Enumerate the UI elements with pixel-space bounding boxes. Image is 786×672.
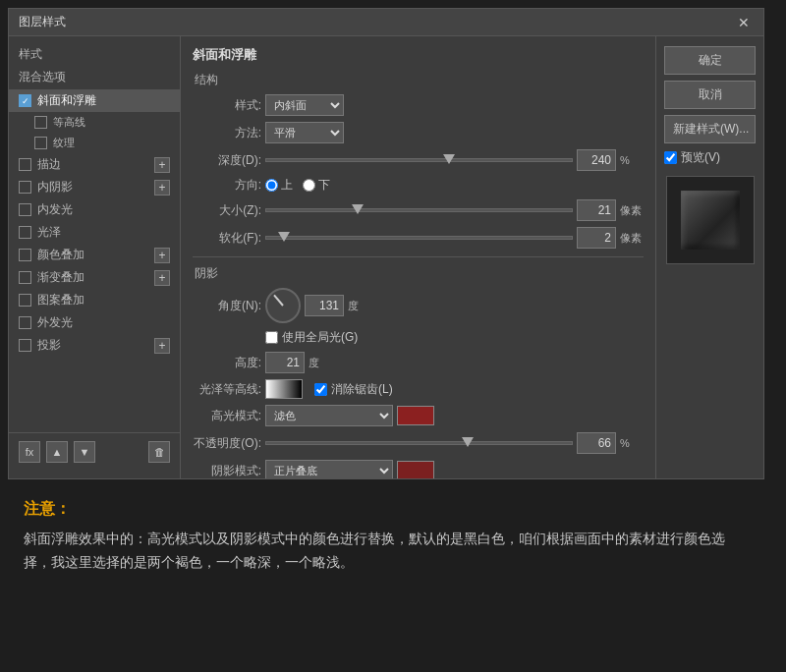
bevel-checkbox[interactable] (19, 94, 31, 107)
highlight-mode-select[interactable]: 滤色 正常 正片叠底 (265, 405, 393, 426)
depth-input[interactable] (577, 149, 616, 171)
global-light-row: 使用全局光(G) (193, 329, 644, 346)
global-light-checkbox[interactable] (265, 331, 278, 344)
fx-button[interactable]: fx (19, 441, 40, 463)
highlight-opacity-row: 不透明度(O): % (193, 432, 644, 454)
size-slider-thumb[interactable] (352, 204, 364, 214)
style-label: 样式: (193, 97, 261, 114)
method-select[interactable]: 平滑 雕刻清晰 (265, 122, 344, 143)
shadow-mode-select[interactable]: 正片叠底 正常 滤色 (265, 460, 393, 478)
gloss-contour-label: 光泽等高线: (193, 381, 261, 398)
color-overlay-add-btn[interactable]: + (154, 248, 170, 263)
anti-alias-label[interactable]: 消除锯齿(L) (314, 381, 393, 398)
soften-slider-thumb[interactable] (278, 232, 290, 242)
sidebar-item-inner-glow[interactable]: 内发光 (9, 198, 180, 221)
sidebar-item-inner-shadow[interactable]: 内阴影 + (9, 176, 180, 198)
size-unit: 像素 (620, 203, 644, 218)
angle-dial[interactable] (265, 288, 301, 323)
move-up-button[interactable]: ▲ (46, 441, 68, 463)
dialog-titlebar: 图层样式 ✕ (9, 9, 763, 36)
pattern-overlay-checkbox[interactable] (19, 294, 31, 307)
delete-button[interactable]: 🗑 (148, 441, 170, 463)
notes-section: 注意： 斜面浮雕效果中的：高光模式以及阴影模式中的颜色进行替换，默认的是黑白色，… (8, 489, 764, 585)
method-label: 方法: (193, 125, 261, 141)
sidebar-item-outer-glow[interactable]: 外发光 (9, 311, 180, 334)
soften-row: 软化(F): 像素 (193, 227, 644, 249)
gloss-contour-preview[interactable] (265, 379, 303, 399)
action-buttons-panel: 确定 取消 新建样式(W)... 预览(V) (655, 36, 763, 478)
sidebar-item-bevel-emboss[interactable]: 斜面和浮雕 (9, 89, 180, 112)
sidebar-item-stroke[interactable]: 描边 + (9, 153, 180, 176)
drop-shadow-add-btn[interactable]: + (154, 338, 170, 354)
sidebar-item-color-overlay[interactable]: 颜色叠加 + (9, 244, 180, 266)
sidebar-item-drop-shadow[interactable]: 投影 + (9, 334, 180, 357)
soften-unit: 像素 (620, 231, 644, 246)
anti-alias-checkbox[interactable] (314, 383, 327, 396)
color-overlay-checkbox[interactable] (19, 249, 31, 261)
depth-slider-track[interactable] (265, 158, 573, 162)
sidebar-item-pattern-overlay[interactable]: 图案叠加 (9, 289, 180, 311)
highlight-mode-row: 高光模式: 滤色 正常 正片叠底 (193, 405, 644, 426)
sidebar-item-gradient-overlay[interactable]: 渐变叠加 + (9, 266, 180, 289)
notes-title: 注意： (24, 499, 749, 520)
angle-row: 角度(N): 度 (193, 288, 644, 323)
gradient-overlay-checkbox[interactable] (19, 271, 31, 284)
move-down-button[interactable]: ▼ (74, 441, 95, 463)
size-input[interactable] (577, 199, 616, 221)
sidebar-item-texture[interactable]: 纹理 (9, 133, 180, 153)
sidebar-item-contour[interactable]: 等高线 (9, 112, 180, 133)
size-row: 大小(Z): 像素 (193, 199, 644, 221)
soften-slider-container (265, 236, 573, 240)
shadow-mode-row: 阴影模式: 正片叠底 正常 滤色 (193, 460, 644, 478)
preview-area (666, 176, 755, 264)
highlight-opacity-unit: % (620, 437, 644, 449)
global-light-label[interactable]: 使用全局光(G) (265, 329, 358, 346)
inner-glow-checkbox[interactable] (19, 203, 31, 216)
dialog-title: 图层样式 (19, 14, 66, 30)
depth-slider-thumb[interactable] (443, 154, 455, 164)
angle-input[interactable] (305, 295, 344, 316)
altitude-input[interactable] (265, 352, 305, 373)
close-button[interactable]: ✕ (734, 15, 754, 30)
confirm-button[interactable]: 确定 (664, 46, 756, 75)
satin-checkbox[interactable] (19, 226, 31, 239)
dialog-body: 样式 混合选项 斜面和浮雕 等高线 纹理 描边 (9, 36, 763, 478)
gradient-overlay-add-btn[interactable]: + (154, 270, 170, 286)
stroke-add-btn[interactable]: + (154, 157, 170, 173)
preview-checkbox[interactable] (664, 151, 677, 164)
contour-checkbox[interactable] (34, 116, 47, 129)
preview-checkbox-label[interactable]: 预览(V) (664, 149, 756, 166)
center-panel: 斜面和浮雕 结构 样式: 内斜面 外斜面 浮雕效果 方法: 平滑 雕刻清晰 (181, 36, 655, 478)
soften-slider-track[interactable] (265, 236, 573, 240)
drop-shadow-checkbox[interactable] (19, 339, 31, 352)
size-slider-track[interactable] (265, 208, 573, 212)
highlight-mode-label: 高光模式: (193, 408, 261, 424)
shadow-color-swatch[interactable] (397, 461, 434, 478)
direction-row: 方向: 上 下 (193, 177, 644, 194)
shadow-mode-label: 阴影模式: (193, 463, 261, 479)
texture-checkbox[interactable] (34, 137, 47, 149)
stroke-checkbox[interactable] (19, 158, 31, 171)
new-style-button[interactable]: 新建样式(W)... (664, 115, 756, 143)
highlight-opacity-thumb[interactable] (462, 437, 474, 447)
style-select[interactable]: 内斜面 外斜面 浮雕效果 (265, 94, 344, 116)
highlight-opacity-input[interactable] (577, 432, 616, 454)
inner-shadow-add-btn[interactable]: + (154, 180, 170, 196)
sidebar-item-satin[interactable]: 光泽 (9, 221, 180, 244)
styles-header: 样式 (9, 44, 180, 65)
direction-label: 方向: (193, 177, 261, 194)
highlight-color-swatch[interactable] (397, 406, 434, 425)
direction-down-radio[interactable]: 下 (303, 177, 330, 194)
outer-glow-checkbox[interactable] (19, 316, 31, 329)
preview-inner (681, 191, 740, 250)
direction-up-radio[interactable]: 上 (265, 177, 293, 194)
method-row: 方法: 平滑 雕刻清晰 (193, 122, 644, 143)
shadow-subtitle: 阴影 (193, 265, 644, 282)
highlight-opacity-track[interactable] (265, 441, 573, 445)
depth-slider-container (265, 158, 573, 162)
cancel-button[interactable]: 取消 (664, 81, 756, 109)
soften-input[interactable] (577, 227, 616, 249)
inner-shadow-checkbox[interactable] (19, 181, 31, 194)
depth-label: 深度(D): (193, 152, 261, 169)
soften-label: 软化(F): (193, 230, 261, 247)
